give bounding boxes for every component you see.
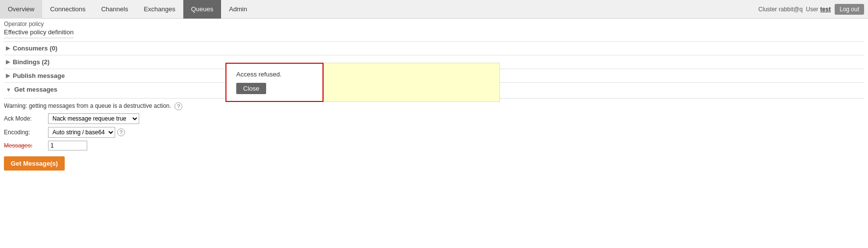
messages-row: Messages: [4,141,864,150]
access-refused-dialog: Access refused. Close [225,63,323,102]
nav-overview[interactable]: Overview [0,0,42,19]
effective-policy-label: Effective policy definition [4,28,74,38]
ack-mode-select[interactable]: Nack message requeue true Nack message r… [48,113,139,124]
user-label: User [806,6,818,13]
messages-input[interactable] [48,141,87,150]
encoding-help-icon[interactable]: ? [117,128,125,136]
yellow-info-panel [323,63,500,102]
warning-text: Warning: getting messages from a queue i… [4,102,864,110]
publish-arrow: ▶ [6,73,10,79]
publish-message-label: Publish message [13,72,65,79]
username[interactable]: test [820,6,831,13]
get-messages-button[interactable]: Get Message(s) [4,156,65,171]
bindings-label: Bindings (2) [13,58,50,66]
encoding-select[interactable]: Auto string / base64 base64 [48,127,115,138]
encoding-label: Encoding: [4,129,48,136]
cluster-name: rabbit@q [779,6,803,13]
ack-mode-row: Ack Mode: Nack message requeue true Nack… [4,113,864,124]
nav-admin[interactable]: Admin [221,0,255,19]
nav-queues[interactable]: Queues [183,0,222,19]
modal-area: Access refused. Close [225,63,500,102]
page-content: Operator policy Effective policy definit… [0,19,868,173]
ack-mode-label: Ack Mode: [4,115,48,122]
warning-help-icon[interactable]: ? [174,102,182,110]
bindings-arrow: ▶ [6,59,10,65]
cluster-label: Cluster [758,6,777,13]
top-right-info: Cluster rabbit@q User test Log out [758,4,868,15]
top-navigation: Overview Connections Channels Exchanges … [0,0,868,19]
nav-exchanges[interactable]: Exchanges [136,0,183,19]
dialog-message: Access refused. [236,71,313,78]
messages-label: Messages: [4,142,48,149]
get-messages-label: Get messages [14,86,57,93]
encoding-row: Encoding: Auto string / base64 base64 ? [4,127,864,138]
nav-connections[interactable]: Connections [42,0,93,19]
nav-channels[interactable]: Channels [93,0,136,19]
consumers-label: Consumers (0) [13,45,57,52]
logout-button[interactable]: Log out [835,4,864,15]
consumers-section[interactable]: ▶ Consumers (0) [4,41,864,55]
consumers-arrow: ▶ [6,45,10,51]
get-messages-arrow: ▼ [6,87,11,93]
dialog-close-button[interactable]: Close [236,83,266,94]
operator-policy-label: Operator policy [4,21,864,27]
